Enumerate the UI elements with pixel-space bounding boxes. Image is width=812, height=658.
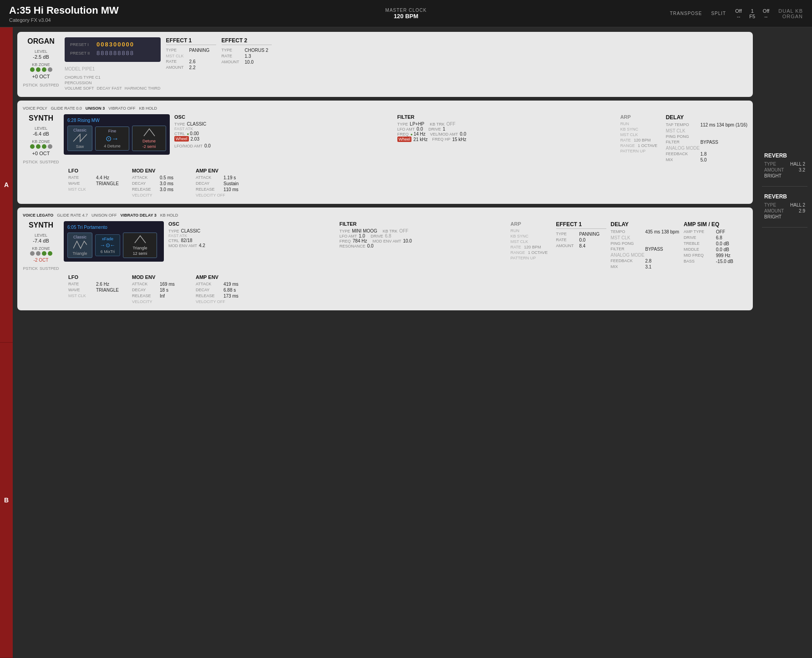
organ-e2-amount-row: AMOUNT 10.0: [222, 60, 272, 65]
sa-wheel2-row: Wheel 21 kHz FREQ HP 15 kHz: [397, 137, 467, 142]
sb-dot-4: [48, 251, 52, 256]
organ-title: ORGAN: [27, 37, 55, 46]
organ-e1-rate-value: 2.6: [189, 59, 196, 64]
synth-b-left: SYNTH LEVEL -7.4 dB KB ZONE -2 OCT PSTI: [23, 221, 59, 271]
synth-a-title: SYNTH: [29, 114, 53, 122]
sb-osc-type-value: CLASSIC: [181, 228, 201, 233]
sa-dot-1: [30, 144, 35, 149]
sb-amp-velocity-row: VELOCITY OFF: [196, 299, 250, 304]
organ-preset-area: PRESET I 008300000 PRESET II 888888888 M…: [65, 37, 161, 91]
sb-reverb-amount-value: 2.9: [799, 208, 805, 213]
sb-reverb-amount-label: AMOUNT: [764, 208, 784, 213]
sb-freq-label: FREQ: [340, 239, 351, 243]
sb-arp-rate-val: 120 BPM: [524, 245, 541, 249]
sb-mod-env-value: 4.2: [199, 243, 205, 248]
sb-kb-zone-label: KB ZONE: [32, 246, 50, 251]
synth-b-voice-bar: VOICE LEGATO GLIDE RATE 4.7 UNISON OFF V…: [23, 213, 747, 218]
sa-ctrl-value: 0.00: [187, 131, 199, 136]
sb-fast-atk-label: FAST ATK: [168, 233, 187, 238]
sa-amp-attack-value: 1.19 s: [223, 175, 236, 180]
organ-e1-type-row: TYPE PANNING: [166, 48, 216, 53]
sa-lfo-mod-label: LFO/MOD AMT: [174, 144, 203, 148]
sb-patch-name: 6:05 Tri Portamento: [67, 225, 160, 230]
organ-kb-zone-label: KB ZONE: [32, 62, 50, 67]
sa-mod-velocity: VELOCITY: [132, 193, 152, 197]
organ-pstick: PSTICK: [23, 83, 38, 87]
sa-delay-filter-value: BYPASS: [700, 140, 718, 145]
sa-freq-hp-value: 15 kHz: [452, 137, 466, 142]
sb-delay-analog-label: ANALOG MODE: [611, 253, 645, 258]
preset-i-value: 008300000: [96, 41, 134, 48]
sb-reverb-bright-row: BRIGHT: [764, 214, 805, 219]
sa-amp-decay-label: DECAY: [196, 181, 221, 186]
sb-filter-type-row: TYPE MINI MOOG KB TRK OFF: [340, 228, 506, 233]
sb-resonance-value: 0.0: [367, 243, 374, 248]
saw-wave-icon: [71, 133, 89, 143]
sb-amp-sim-title: AMP SIM / EQ: [684, 221, 747, 228]
sb-middle-value: 0.0 dB: [716, 247, 729, 252]
sa-fast-atk-row: FAST ATK: [174, 127, 393, 131]
sa-fine-icon: ⊙→: [98, 134, 126, 143]
sa-amp-env-section: AMP ENV ATTACK 1.19 s DECAY Sustain RELE…: [196, 168, 250, 198]
sa-detune-semi: -2 semi: [135, 144, 163, 149]
left-bar-a-label: A: [4, 181, 9, 188]
sb-mod-decay-row: DECAY 18 s: [132, 288, 187, 293]
sb-lfo-amt-label: LFO AMT: [340, 234, 357, 238]
organ-vol-options: VOLUME SOFT DECAY FAST HARMONIC THIRD: [65, 86, 161, 91]
sa-level-label: LEVEL: [35, 126, 47, 131]
organ-oct-label: +0 OCT: [32, 74, 50, 79]
sb-classic-tri-block: Classic Triangle: [67, 233, 92, 258]
sa-amp-attack-label: ATTACK: [196, 175, 221, 180]
right-panel-organ-spacer: [762, 32, 807, 146]
sb-drive-sim-label: DRIVE: [684, 235, 713, 240]
synth-b-delay: DELAY TEMPO 435 ms 138 bpm MST CLK PING …: [611, 221, 680, 270]
synth-a-reverb: REVERB TYPE HALL 2 AMOUNT 3.2 BRIGHT: [762, 146, 807, 187]
sa-arp-rate: RATE 120 BPM: [620, 138, 661, 142]
sa-fine-title: Fine: [98, 129, 126, 133]
bpm-value: 120 BPM: [208, 13, 604, 20]
synth-b-env-row: LFO RATE 2.6 Hz WAVE TRIANGLE MST CLK: [64, 274, 747, 305]
organ-decay-fast: DECAY FAST: [97, 86, 122, 91]
sb-delay-tempo-label: TEMPO: [611, 229, 643, 234]
sa-arp-kb-sync: KB SYNC: [620, 127, 661, 132]
sb-delay-filter-value: BYPASS: [645, 247, 663, 252]
left-bar: A B: [0, 27, 13, 658]
dual-kb-label: DUAL KB: [778, 8, 803, 14]
sa-fine-block: Fine ⊙→ 4 Detune: [95, 127, 129, 151]
sa-oct-label: +0 OCT: [32, 151, 50, 156]
sb-reverb-bright: BRIGHT: [764, 214, 782, 219]
off-controls: Off 1 Off -- F5 --: [735, 8, 769, 19]
sa-detune-block: Detune -2 semi: [132, 126, 166, 151]
sa-delay-analog-row: ANALOG MODE: [666, 146, 747, 151]
organ-e1-amount-row: AMOUNT 2.2: [166, 65, 216, 70]
sa-delay-tap-label: TAP TEMPO: [666, 122, 698, 127]
sa-delay-filter-row: FILTER BYPASS: [666, 140, 747, 145]
sa-amp-velocity-row: VELOCITY OFF: [196, 193, 250, 197]
organ-e2-rate-value: 1.3: [245, 54, 251, 59]
sb-drive-label: DRIVE: [370, 234, 383, 238]
sb-bass-row: BASS -15.0 dB: [684, 259, 747, 264]
sb-lfo-amt-value: 1.0: [359, 233, 365, 238]
sa-delay-feedback-value: 1.8: [700, 152, 707, 157]
organ-e2-type-value: CHORUS 2: [245, 48, 269, 53]
sb-lfo-section: LFO RATE 2.6 Hz WAVE TRIANGLE MST CLK: [68, 274, 123, 305]
preset-ii-value: 888888888: [96, 50, 134, 56]
sa-dot-3: [42, 144, 46, 149]
sb-e1-type-row: TYPE PANNING: [556, 232, 606, 237]
sb-amp-decay-row: DECAY 6.88 s: [196, 288, 250, 293]
sa-block1-sub: Saw: [71, 144, 89, 149]
sb-arp-range-label: RANGE: [511, 250, 525, 255]
sb-e1-amount-row: AMOUNT 8.4: [556, 243, 606, 248]
sa-block1-title: Classic: [71, 128, 89, 132]
sa-osc-type-row: TYPE CLASSIC: [174, 121, 393, 127]
sb-drive-sim-value: 6.8: [716, 235, 722, 240]
synth-b-arp: ARP RUN KB SYNC MST CLK RATE 120 BPM RAN…: [511, 221, 552, 261]
organ-inner: ORGAN LEVEL -2.5 dB KB ZONE +0 OCT PSTI: [23, 37, 747, 91]
sa-lfo-amt-row: LFO AMT 0.0 DRIVE 1: [397, 127, 467, 132]
sb-block1-sub: Triangle: [71, 251, 89, 256]
sa-amp-release-value: 110 ms: [223, 187, 239, 192]
organ-e2-type-label: TYPE: [222, 48, 242, 53]
sb-amp-decay-label: DECAY: [196, 288, 221, 293]
sb-unison-off: UNISON OFF: [91, 213, 117, 218]
sa-reverb-amount-row: AMOUNT 3.2: [764, 167, 805, 172]
